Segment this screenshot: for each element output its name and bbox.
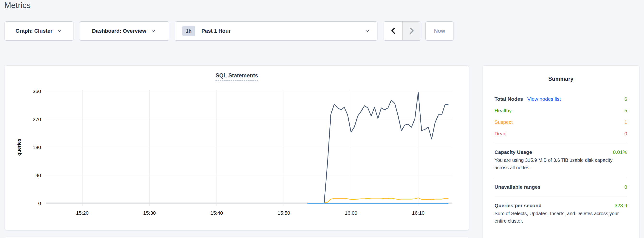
- sql-statements-chart-card: SQL Statements 15:2015:3015:4015:5016:00…: [4, 65, 469, 230]
- node-status-row: Dead0: [494, 131, 627, 137]
- summary-metric-caption: You are using 315.9 MiB of 3.6 TiB usabl…: [494, 157, 627, 171]
- x-tick-label: 15:50: [278, 210, 290, 216]
- dashboard-dropdown-label: Dashboard: Overview: [92, 28, 146, 34]
- time-next-button-disabled[interactable]: [402, 22, 421, 40]
- summary-metric-label: Capacity Usage: [494, 149, 532, 155]
- time-range-label: Past 1 Hour: [202, 28, 231, 34]
- arrow-right-icon: [408, 27, 416, 36]
- y-tick-label: 0: [38, 200, 41, 206]
- chart-line-series-yellow: [324, 198, 448, 203]
- node-status-value: 1: [624, 119, 627, 125]
- summary-panel: Summary Total NodesView nodes list6Healt…: [482, 65, 640, 238]
- time-window-pager: [384, 21, 421, 41]
- node-status-row: Total NodesView nodes list6: [494, 96, 627, 102]
- node-status-value: 0: [624, 131, 627, 137]
- chart-line-series-dark-slate: [324, 92, 448, 203]
- chevron-down-icon: [56, 28, 62, 34]
- summary-metric-value: 328.9: [614, 203, 627, 208]
- summary-divider: [494, 196, 627, 196]
- node-status-row: Suspect1: [494, 119, 627, 125]
- summary-metric-value: 0: [624, 184, 627, 190]
- dashboard-dropdown[interactable]: Dashboard: Overview: [79, 21, 169, 41]
- node-status-value: 6: [624, 96, 627, 102]
- x-tick-label: 15:30: [143, 210, 156, 216]
- summary-sections: Capacity Usage0.01%You are using 315.9 M…: [494, 143, 627, 225]
- page-title: Metrics: [4, 1, 31, 10]
- next-chart-card-partial: [4, 236, 469, 238]
- x-tick-label: 15:40: [210, 210, 223, 216]
- chevron-down-icon: [150, 28, 156, 34]
- time-range-badge: 1h: [182, 26, 195, 36]
- graph-dropdown-label: Graph: Cluster: [15, 28, 52, 34]
- time-prev-button[interactable]: [384, 22, 402, 40]
- node-status-value: 5: [624, 108, 627, 113]
- y-tick-label: 360: [33, 88, 41, 94]
- summary-metric-label: Queries per second: [494, 203, 542, 208]
- summary-divider: [494, 178, 627, 178]
- node-status-list: Total NodesView nodes list6Healthy5Suspe…: [494, 96, 627, 137]
- node-status-label: Suspect: [494, 119, 513, 125]
- node-status-label: Dead: [494, 131, 506, 137]
- y-tick-label: 90: [36, 173, 41, 178]
- summary-metric-caption: Sum of Selects, Updates, Inserts, and De…: [494, 210, 627, 225]
- summary-metric-label: Unavailable ranges: [494, 184, 540, 190]
- y-tick-label: 180: [33, 145, 41, 150]
- graph-dropdown[interactable]: Graph: Cluster: [4, 21, 74, 41]
- y-axis-label: queries: [16, 139, 22, 156]
- sql-statements-chart[interactable]: 15:2015:3015:4015:5016:0016:100901802703…: [5, 66, 469, 230]
- toolbar: Graph: Cluster Dashboard: Overview 1h Pa…: [0, 21, 644, 41]
- chevron-down-icon: [364, 28, 370, 34]
- x-tick-label: 16:00: [345, 210, 358, 216]
- now-button[interactable]: Now: [426, 21, 454, 41]
- y-tick-label: 270: [33, 116, 41, 122]
- summary-metric-value: 0.01%: [613, 149, 627, 155]
- summary-metric-row: Capacity Usage0.01%: [494, 149, 627, 155]
- summary-divider: [494, 143, 627, 143]
- x-tick-label: 15:20: [76, 210, 89, 216]
- x-tick-label: 16:10: [412, 210, 425, 216]
- node-status-label: Healthy: [494, 108, 512, 113]
- view-nodes-list-link[interactable]: View nodes list: [528, 96, 561, 102]
- node-status-row: Healthy5: [494, 108, 627, 113]
- summary-title: Summary: [494, 76, 627, 82]
- time-range-selector[interactable]: 1h Past 1 Hour: [175, 21, 378, 41]
- summary-metric-row: Unavailable ranges0: [494, 184, 627, 190]
- node-status-label: Total Nodes: [494, 96, 523, 102]
- summary-metric-row: Queries per second328.9: [494, 203, 627, 208]
- arrow-left-icon: [389, 27, 397, 36]
